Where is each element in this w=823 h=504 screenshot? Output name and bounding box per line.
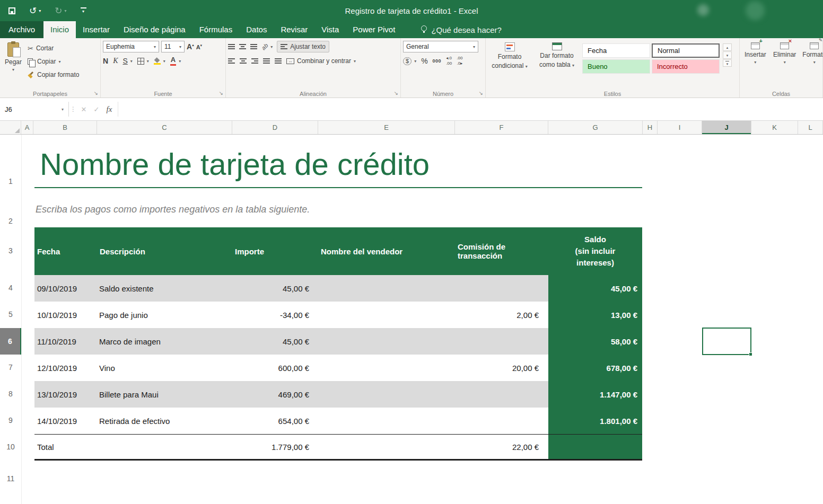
tab-formulas[interactable]: Fórmulas	[192, 21, 240, 38]
font-name-dropdown-arrow-icon[interactable]: ▾	[154, 45, 156, 49]
align-right-button[interactable]	[251, 58, 258, 64]
font-size-dropdown-arrow-icon[interactable]: ▾	[179, 45, 181, 49]
row-header-10[interactable]: 10	[0, 443, 21, 451]
select-all-corner[interactable]	[0, 121, 21, 134]
clipboard-dialog-launcher-icon[interactable]: ↘	[94, 91, 98, 96]
table-header-fecha[interactable]: Fecha	[34, 227, 97, 275]
undo-dropdown-arrow-icon[interactable]: ▾	[39, 8, 41, 13]
cut-button[interactable]: ✂Cortar	[28, 43, 79, 54]
comma-style-button[interactable]: 000	[433, 58, 442, 64]
cell-fecha[interactable]: 10/10/2019	[34, 302, 97, 328]
copy-dropdown-arrow-icon[interactable]: ▾	[58, 59, 60, 64]
alignment-dialog-launcher-icon[interactable]: ↘	[394, 91, 398, 96]
align-middle-button[interactable]	[239, 44, 246, 49]
total-label-cell[interactable]: Total	[34, 434, 97, 461]
tab-inicio[interactable]: Inicio	[43, 21, 76, 38]
gallery-more-icon[interactable]: ▾	[723, 59, 732, 67]
name-box-dropdown-arrow-icon[interactable]: ▾	[62, 107, 64, 112]
number-format-select[interactable]: General▾	[403, 41, 478, 52]
total-empty-cell[interactable]	[97, 434, 232, 461]
tab-diseno-de-pagina[interactable]: Diseño de página	[117, 21, 192, 38]
column-header-a[interactable]: A	[21, 121, 33, 134]
align-bottom-button[interactable]	[250, 44, 257, 49]
borders-dropdown-arrow-icon[interactable]: ▾	[147, 59, 149, 64]
delete-cells-button[interactable]: Eliminar ▾	[771, 41, 799, 89]
cell-descripcion[interactable]: Saldo existente	[97, 275, 232, 302]
cell-vendedor[interactable]	[318, 355, 455, 381]
decrease-decimal-button[interactable]: .00.0▸	[457, 56, 462, 66]
cell-vendedor[interactable]	[318, 302, 455, 328]
increase-font-size-button[interactable]: A▴	[187, 41, 194, 52]
table-header-comision[interactable]: Comisión de transacción	[455, 227, 548, 275]
total-comision-cell[interactable]: 22,00 €	[455, 434, 548, 461]
cell-descripcion[interactable]: Pago de junio	[97, 302, 232, 328]
cell-comision[interactable]: 2,00 €	[455, 302, 548, 328]
align-top-button[interactable]	[228, 44, 235, 49]
cell-saldo[interactable]: 58,00 €	[548, 328, 642, 355]
row-header-2[interactable]: 2	[0, 217, 21, 225]
cell-importe[interactable]: -34,00 €	[232, 302, 318, 328]
insert-cells-button[interactable]: Insertar ▾	[742, 41, 769, 89]
paste-button[interactable]: Pegar ▾	[2, 41, 24, 89]
insert-function-button[interactable]: fx	[103, 105, 116, 114]
customize-quick-access-button[interactable]: ▾	[81, 7, 86, 14]
row-header-1[interactable]: 1	[0, 177, 21, 185]
font-size-select[interactable]: 11▾	[161, 41, 185, 52]
formula-input[interactable]	[118, 102, 823, 117]
cell-style-fecha[interactable]: Fecha	[582, 43, 650, 58]
orientation-button[interactable]: ab▾	[261, 41, 273, 52]
row-header-3[interactable]: 3	[0, 246, 21, 255]
underline-dropdown-arrow-icon[interactable]: ▾	[130, 59, 133, 64]
number-format-dropdown-arrow-icon[interactable]: ▾	[473, 45, 475, 49]
align-left-button[interactable]	[228, 58, 235, 64]
row-header-11[interactable]: 11	[0, 474, 21, 483]
row-header-7[interactable]: 7	[0, 363, 21, 372]
cell-fecha[interactable]: 14/10/2019	[34, 408, 97, 434]
underline-button[interactable]: S▾	[122, 56, 132, 66]
cell-fecha[interactable]: 12/10/2019	[34, 355, 97, 381]
cell-comision[interactable]	[455, 328, 548, 355]
format-painter-button[interactable]: Copiar formato	[28, 69, 79, 80]
wrap-text-button[interactable]: Ajustar texto	[277, 41, 329, 52]
confirm-entry-icon[interactable]: ✓	[90, 105, 103, 113]
align-center-button[interactable]	[240, 58, 247, 64]
cell-importe[interactable]: 654,00 €	[232, 408, 318, 434]
fill-color-dropdown-arrow-icon[interactable]: ▾	[163, 59, 165, 64]
paste-dropdown-arrow-icon[interactable]: ▾	[12, 67, 14, 73]
decrease-indent-button[interactable]	[263, 58, 270, 64]
table-header-descripcion[interactable]: Descripción	[97, 227, 232, 275]
cancel-entry-icon[interactable]: ✕	[77, 105, 90, 113]
font-color-dropdown-arrow-icon[interactable]: ▾	[179, 59, 181, 64]
cell-style-incorrecto[interactable]: Incorrecto	[652, 59, 720, 74]
row-header-5[interactable]: 5	[0, 310, 21, 319]
cell-fecha[interactable]: 11/10/2019	[34, 328, 97, 355]
accounting-dropdown-arrow-icon[interactable]: ▾	[414, 59, 416, 64]
cell-descripcion[interactable]: Vino	[97, 355, 232, 381]
tab-insertar[interactable]: Insertar	[76, 21, 117, 38]
cell-vendedor[interactable]	[318, 408, 455, 434]
column-header-g[interactable]: G	[548, 121, 643, 134]
fill-color-button[interactable]: ▾	[154, 56, 165, 66]
cell-vendedor[interactable]	[318, 328, 455, 355]
insert-cells-dropdown-arrow-icon[interactable]: ▾	[754, 60, 756, 65]
cell-comision[interactable]	[455, 275, 548, 302]
row-header-4[interactable]: 4	[0, 284, 21, 292]
cell-saldo[interactable]: 1.801,00 €	[548, 408, 642, 434]
percent-style-button[interactable]: %	[421, 57, 427, 65]
column-header-f[interactable]: F	[455, 121, 548, 134]
cell-importe[interactable]: 600,00 €	[232, 355, 318, 381]
redo-button[interactable]: ↻▾	[55, 6, 66, 15]
table-header-vendedor[interactable]: Nombre del vendedor	[318, 227, 455, 275]
total-importe-cell[interactable]: 1.779,00 €	[232, 434, 318, 461]
name-box[interactable]: J6 ▾	[0, 102, 69, 117]
sheet-title[interactable]: Nombre de tarjeta de crédito	[40, 146, 430, 182]
cell-descripcion[interactable]: Marco de imagen	[97, 328, 232, 355]
cell-comision[interactable]	[455, 381, 548, 408]
number-dialog-launcher-icon[interactable]: ↘	[479, 91, 483, 96]
column-header-i[interactable]: I	[658, 121, 702, 134]
cell-descripcion[interactable]: Billete para Maui	[97, 381, 232, 408]
column-header-d[interactable]: D	[232, 121, 318, 134]
column-header-l[interactable]: L	[798, 121, 823, 134]
cell-saldo[interactable]: 1.147,00 €	[548, 381, 642, 408]
row-header-8[interactable]: 8	[0, 390, 21, 398]
